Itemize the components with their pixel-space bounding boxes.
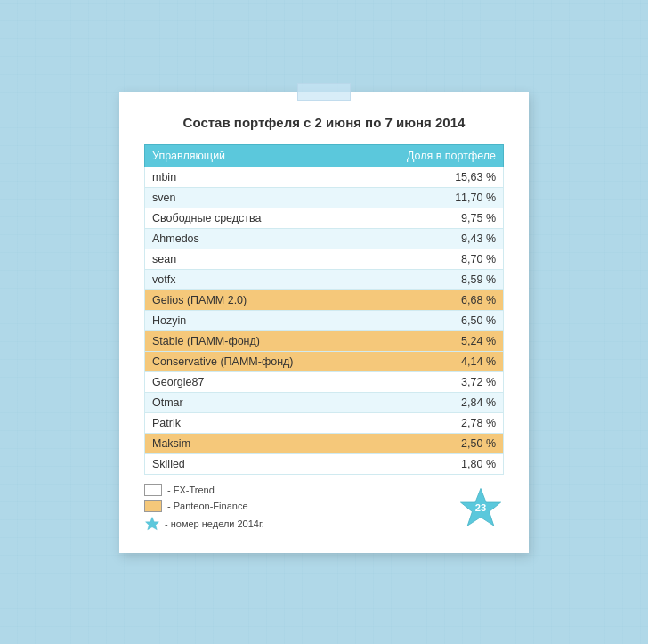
manager-name: votfx [145,269,360,289]
week-number: 23 [475,502,487,513]
manager-name: Ahmedos [145,228,360,249]
manager-share: 3,72 % [360,371,503,392]
legend-box-orange [144,500,162,512]
legend-week: - номер недели 2014г. [144,516,264,532]
table-row: votfx8,59 % [145,269,504,289]
week-badge: 23 [458,485,504,532]
table-row: mbin15,63 % [145,167,504,187]
svg-marker-0 [146,517,159,529]
manager-name: Stable (ПАММ-фонд) [145,330,360,351]
manager-share: 2,50 % [360,433,503,453]
table-row: Stable (ПАММ-фонд)5,24 % [145,330,504,351]
manager-share: 6,68 % [360,289,503,310]
page-title: Состав портфеля с 2 июня по 7 июня 2014 [144,113,504,132]
table-row: sean8,70 % [145,249,504,269]
manager-share: 11,70 % [360,187,503,208]
legend-week-label: - номер недели 2014г. [165,518,264,529]
portfolio-table: Управляющий Доля в портфеле mbin15,63 %s… [144,144,504,475]
manager-share: 2,78 % [360,412,503,433]
legend-fx-trend: - FX-Trend [144,484,264,496]
manager-name: Patrik [145,412,360,433]
manager-share: 5,24 % [360,330,503,351]
manager-share: 9,75 % [360,208,503,228]
manager-share: 1,80 % [360,453,503,474]
manager-share: 9,43 % [360,228,503,249]
manager-name: Otmar [145,392,360,412]
tape-decoration [297,83,351,101]
manager-share: 6,50 % [360,310,503,330]
manager-name: Свободные средства [145,208,360,228]
manager-name: Georgie87 [145,371,360,392]
manager-name: sean [145,249,360,269]
legend-panteon: - Panteon-Finance [144,500,264,512]
table-row: Skilled1,80 % [145,453,504,474]
manager-name: Maksim [145,433,360,453]
legend-fx-trend-label: - FX-Trend [167,485,215,495]
manager-share: 8,70 % [360,249,503,269]
legend-box-white [144,484,162,496]
manager-share: 15,63 % [360,167,503,187]
star-icon-legend [144,516,160,532]
manager-share: 8,59 % [360,269,503,289]
table-row: Hozyin6,50 % [145,310,504,330]
manager-name: mbin [145,167,360,187]
table-row: Patrik2,78 % [145,412,504,433]
manager-name: Hozyin [145,310,360,330]
manager-name: Gelios (ПАММ 2.0) [145,289,360,310]
legend-left: - FX-Trend - Panteon-Finance - номер нед… [144,484,264,532]
star-badge-icon: 23 [458,485,504,532]
col-header-manager: Управляющий [145,144,360,167]
manager-share: 4,14 % [360,351,503,371]
table-row: Ahmedos9,43 % [145,228,504,249]
table-row: Conservative (ПАММ-фонд)4,14 % [145,351,504,371]
col-header-share: Доля в портфеле [360,144,503,167]
legend-panteon-label: - Panteon-Finance [167,501,248,511]
legend-section: - FX-Trend - Panteon-Finance - номер нед… [144,484,504,532]
table-row: Свободные средства9,75 % [145,208,504,228]
document: Состав портфеля с 2 июня по 7 июня 2014 … [119,92,529,553]
table-row: Georgie873,72 % [145,371,504,392]
manager-name: Skilled [145,453,360,474]
manager-share: 2,84 % [360,392,503,412]
manager-name: Conservative (ПАММ-фонд) [145,351,360,371]
manager-name: sven [145,187,360,208]
table-row: Gelios (ПАММ 2.0)6,68 % [145,289,504,310]
table-row: Maksim2,50 % [145,433,504,453]
table-row: sven11,70 % [145,187,504,208]
table-row: Otmar2,84 % [145,392,504,412]
